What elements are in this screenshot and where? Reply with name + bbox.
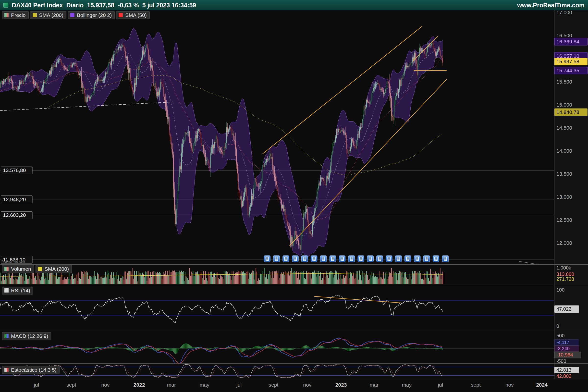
macd-axis-top: 500 [556,333,564,338]
stochastic-k-line [0,364,443,378]
news-icon[interactable] [301,256,308,262]
time-axis-label: sept [269,382,278,388]
news-icon[interactable] [386,256,392,262]
price-axis-tick: 14.500 [556,125,572,130]
trendline[interactable] [0,102,172,110]
legend-item-macd-12-26-9[interactable]: MACD (12 26 9) [2,332,51,340]
news-icon[interactable] [433,256,439,262]
volume-sma-line [0,274,443,276]
rsi-panel [0,295,554,323]
time-axis-label: jul [34,382,39,388]
news-icon[interactable] [274,256,280,262]
legend-item-estoc-stico-14-3-5[interactable]: Estocástico (14 3 5) [2,366,60,374]
rsi-axis-top: 100 [556,287,564,292]
legend-item-bollinger-20-2[interactable]: Bollinger (20 2) [68,11,115,19]
time-axis-label: sept [471,382,481,388]
legend-swatch-icon [4,368,9,372]
price-axis-tick: 14.000 [556,148,572,154]
legend-item-precio[interactable]: Precio [2,11,29,19]
legend-label: Volumen [11,266,31,272]
macd-value-label: -4,117 [556,340,569,345]
news-icon[interactable] [376,256,383,262]
time-axis-label: mar [167,382,176,388]
instrument-header: DAX40 Perf Index Diario 15.937,58 -0,63 … [4,2,196,9]
chart-canvas[interactable]: 17.00016.50016.00015.50015.00014.50014.0… [0,10,588,392]
macd-legend: MACD (12 26 9) [2,332,51,340]
news-icon[interactable] [339,256,346,262]
legend-item-volumen[interactable]: Volumen [2,265,34,273]
time-axis-label: 2022 [134,382,145,388]
legend-item-sma-200[interactable]: SMA (200) [30,11,66,19]
legend-swatch-icon [4,266,9,271]
news-icon[interactable] [283,256,289,262]
time-axis-label: nov [506,382,514,388]
price-axis-tick: 15.500 [556,79,572,84]
price-panel [0,26,554,267]
stoch-k-label: 42,813 [556,367,571,373]
price-axis-tick: 15.000 [556,102,572,108]
news-icon[interactable] [320,256,326,262]
price-legend: PrecioSMA (200)Bollinger (20 2)SMA (50) [2,11,150,19]
time-axis-label: nov [303,382,312,388]
stoch-d-label: 42,802 [556,374,571,379]
news-icon[interactable] [330,256,336,262]
legend-swatch-icon [32,13,37,18]
macd-axis-bottom: -500 [556,358,566,364]
legend-item-rsi-14[interactable]: RSI (14) [2,287,33,294]
legend-swatch-icon [118,13,123,18]
price-badge-label: 15.937,58 [556,58,579,64]
price-badge-label: 16.369,84 [556,39,580,44]
legend-item-sma-50[interactable]: SMA (50) [116,11,150,19]
time-axis-label: 2023 [336,382,347,388]
legend-label: Bollinger (20 2) [77,12,112,18]
legend-item-sma-200[interactable]: SMA (200) [36,265,72,273]
legend-label: SMA (200) [39,12,64,18]
rsi-axis-bottom: 0 [556,324,559,329]
news-icon[interactable] [311,256,317,262]
instrument-title: DAX40 Perf Index [12,2,63,9]
legend-label: SMA (200) [44,266,69,272]
watermark: ProRealTime.com [2,260,25,264]
volume-axis-label: 1.000k [556,265,571,270]
stochastic-legend: Estocástico (14 3 5) [2,366,60,374]
price-badge-label: 15.744,35 [556,68,579,73]
rsi-trendline[interactable] [314,296,400,303]
website-link[interactable]: www.ProRealTime.com [517,2,584,9]
news-icon[interactable] [348,256,355,262]
time-axis-label: jul [438,382,443,388]
news-icon[interactable] [405,256,411,262]
time-axis-label: may [200,382,210,388]
time-axis-label: may [402,382,412,388]
news-icon[interactable] [367,256,374,262]
volume-sma-value: 271.728 [556,276,574,282]
time-axis-label: 2024 [536,382,548,388]
news-icon[interactable] [423,256,430,262]
volume-value: 313.860 [556,272,574,277]
news-icon[interactable] [395,256,402,262]
rsi-line [0,295,443,323]
legend-swatch-icon [4,334,9,338]
trendline[interactable] [519,262,554,267]
news-icon[interactable] [442,256,448,262]
legend-label: RSI (14) [11,288,30,293]
news-icon[interactable] [358,256,364,262]
time-axis-label: mar [370,382,378,388]
last-price: 15.937,58 [87,2,114,9]
macd-panel [0,338,554,367]
price-axis-tick: 16.500 [556,32,572,38]
time-axis-label: nov [101,382,110,388]
volume-legend: VolumenSMA (200) [2,265,72,273]
support-price-label: 13.576,80 [3,167,26,173]
support-price-label: 12.603,20 [3,212,26,218]
rsi-value-label: 47,022 [556,306,571,312]
news-icon[interactable] [414,256,420,262]
news-icon[interactable] [264,256,270,262]
stochastic-panel [0,364,554,378]
news-icon[interactable] [292,256,298,262]
legend-label: Precio [11,12,26,18]
legend-swatch-icon [4,288,9,293]
rsi-legend: RSI (14) [2,287,33,294]
support-price-label: 12.948,20 [3,196,26,202]
price-axis-tick: 13.000 [556,194,572,200]
macd-hist-label: -10,964 [556,352,573,358]
